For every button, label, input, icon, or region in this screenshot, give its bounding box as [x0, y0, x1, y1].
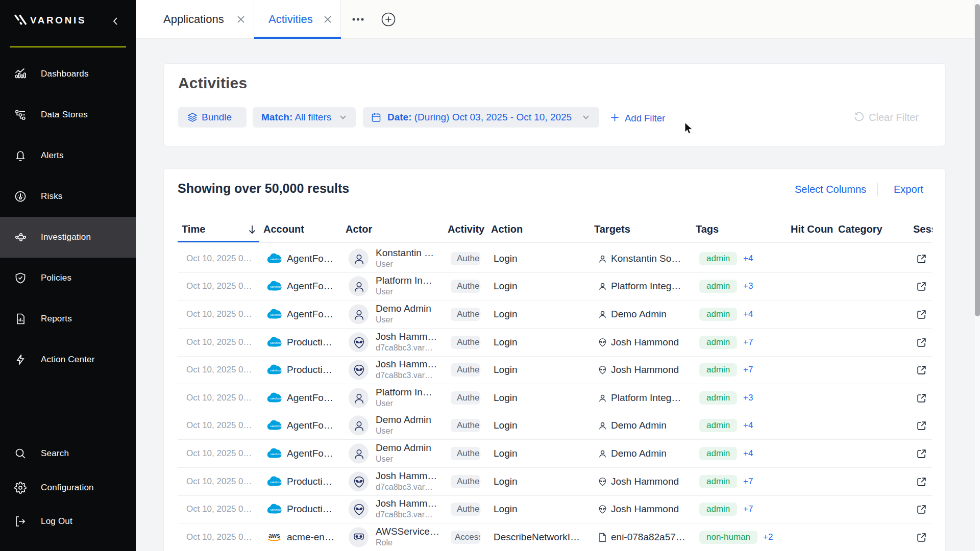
svg-text:aws: aws	[268, 532, 280, 539]
svg-text:salesforce: salesforce	[270, 258, 281, 260]
svg-text:salesforce: salesforce	[270, 397, 281, 399]
svg-text:salesforce: salesforce	[270, 313, 281, 316]
svg-text:salesforce: salesforce	[270, 341, 281, 344]
svg-text:salesforce: salesforce	[270, 425, 281, 428]
svg-text:salesforce: salesforce	[270, 481, 281, 483]
svg-text:salesforce: salesforce	[270, 286, 281, 288]
svg-text:salesforce: salesforce	[270, 453, 281, 456]
svg-text:salesforce: salesforce	[270, 369, 281, 372]
svg-text:salesforce: salesforce	[270, 509, 281, 511]
